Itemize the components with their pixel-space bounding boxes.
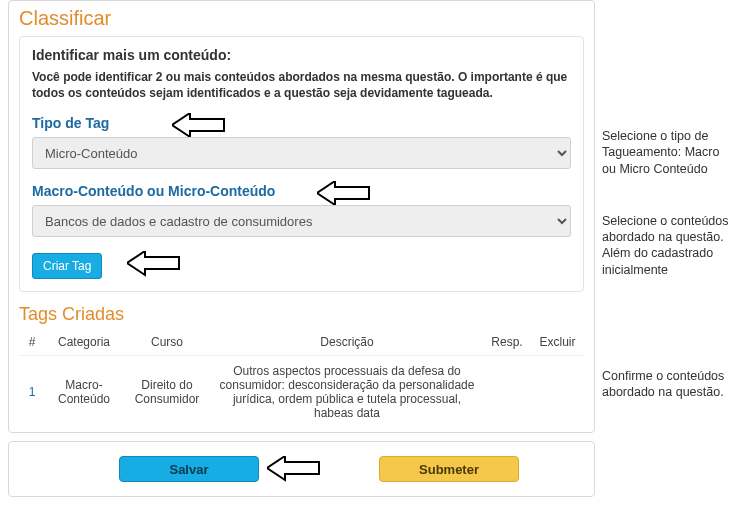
identify-subpanel: Identificar mais um conteúdo: Você pode … [19,36,584,292]
cell-descricao: Outros aspectos processuais da defesa do… [211,356,483,425]
col-curso: Curso [123,329,211,356]
arrow-icon [267,456,322,482]
identify-desc: Você pode identificar 2 ou mais conteúdo… [32,69,571,101]
table-row: 1 Macro-Conteúdo Direito do Consumidor O… [19,356,584,425]
cell-categoria: Macro-Conteúdo [45,356,123,425]
tag-type-label: Tipo de Tag [32,115,571,131]
cell-excluir [531,356,584,425]
table-header-row: # Categoria Curso Descrição Resp. Exclui… [19,329,584,356]
salvar-button[interactable]: Salvar [119,456,259,482]
cell-idx: 1 [19,356,45,425]
criar-tag-button[interactable]: Criar Tag [32,253,102,279]
side-notes: Selecione o tipo de Tagueamento: Macro o… [595,0,732,400]
col-categoria: Categoria [45,329,123,356]
arrow-icon [127,251,182,277]
submeter-button[interactable]: Submeter [379,456,519,482]
tags-created-title: Tags Criadas [19,304,584,325]
col-excluir: Excluir [531,329,584,356]
panel-title-classify: Classificar [19,7,584,30]
content-select[interactable]: Bancos de dados e cadastro de consumidor… [32,205,571,237]
note-confirm: Confirme o conteúdos abordado na questão… [602,368,732,401]
actions-panel: Salvar Submeter [8,441,595,497]
tag-type-select[interactable]: Micro-Conteúdo [32,137,571,169]
classify-panel: Classificar Identificar mais um conteúdo… [8,0,595,433]
cell-resp [483,356,531,425]
col-resp: Resp. [483,329,531,356]
note-content: Selecione o conteúdos abordado na questã… [602,213,732,278]
cell-curso: Direito do Consumidor [123,356,211,425]
tags-table: # Categoria Curso Descrição Resp. Exclui… [19,329,584,424]
identify-title: Identificar mais um conteúdo: [32,47,571,63]
note-tag-type: Selecione o tipo de Tagueamento: Macro o… [602,128,732,177]
col-hash: # [19,329,45,356]
content-label: Macro-Conteúdo ou Micro-Conteúdo [32,183,571,199]
col-descricao: Descrição [211,329,483,356]
